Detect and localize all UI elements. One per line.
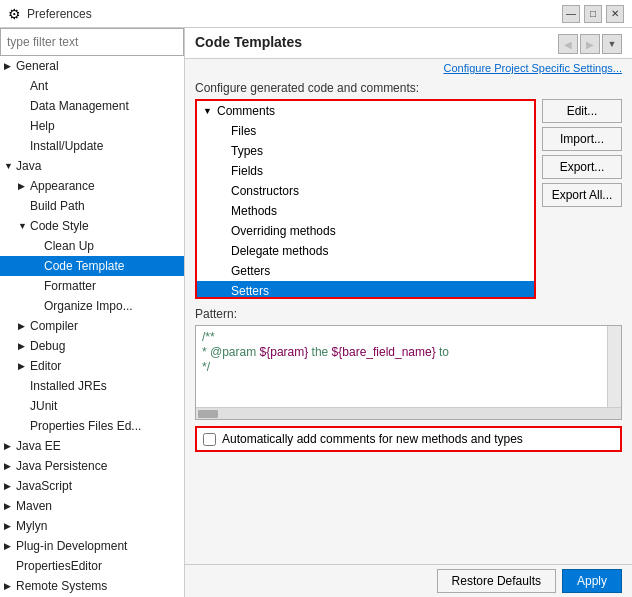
sidebar-item-install-update[interactable]: Install/Update <box>0 136 184 156</box>
tree-label-compiler: Compiler <box>30 319 78 333</box>
configure-link[interactable]: Configure Project Specific Settings... <box>443 62 622 74</box>
forward-button[interactable]: ▶ <box>580 34 600 54</box>
sidebar-item-mylyn[interactable]: ▶Mylyn <box>0 516 184 536</box>
tree-label-javascript: JavaScript <box>16 479 72 493</box>
tmpl-child-label-getters: Getters <box>231 264 270 278</box>
auto-comment-checkbox[interactable] <box>203 433 216 446</box>
sidebar-item-java-persistence[interactable]: ▶Java Persistence <box>0 456 184 476</box>
sidebar-item-maven[interactable]: ▶Maven <box>0 496 184 516</box>
tree-label-install-update: Install/Update <box>30 139 103 153</box>
sidebar: ▶GeneralAntData ManagementHelpInstall/Up… <box>0 28 185 597</box>
import-button[interactable]: Import... <box>542 127 622 151</box>
export-button[interactable]: Export... <box>542 155 622 179</box>
sidebar-item-remote-systems[interactable]: ▶Remote Systems <box>0 576 184 596</box>
sidebar-item-code-style[interactable]: ▼Code Style <box>0 216 184 236</box>
sidebar-item-properties-editor[interactable]: PropertiesEditor <box>0 556 184 576</box>
window-icon: ⚙ <box>8 6 21 22</box>
close-button[interactable]: ✕ <box>606 5 624 23</box>
title-bar: ⚙ Preferences — □ ✕ <box>0 0 632 28</box>
sidebar-item-junit[interactable]: JUnit <box>0 396 184 416</box>
sidebar-item-build-path[interactable]: Build Path <box>0 196 184 216</box>
side-buttons: Edit... Import... Export... Export All..… <box>542 99 622 299</box>
sidebar-item-appearance[interactable]: ▶Appearance <box>0 176 184 196</box>
tree-arrow-java: ▼ <box>4 161 16 171</box>
panel-title: Code Templates <box>195 34 302 50</box>
tree-arrow-remote-systems: ▶ <box>4 581 16 591</box>
window-controls: — □ ✕ <box>562 5 624 23</box>
tree-arrow-maven: ▶ <box>4 501 16 511</box>
tree-label-help: Help <box>30 119 55 133</box>
tmpl-item-constructors[interactable]: Constructors <box>197 181 534 201</box>
tree-label-data-management: Data Management <box>30 99 129 113</box>
sidebar-item-plugin-dev[interactable]: ▶Plug-in Development <box>0 536 184 556</box>
tmpl-item-files[interactable]: Files <box>197 121 534 141</box>
sidebar-item-editor[interactable]: ▶Editor <box>0 356 184 376</box>
tree-label-debug: Debug <box>30 339 65 353</box>
tmpl-item-setters[interactable]: Setters <box>197 281 534 299</box>
pattern-vscroll[interactable] <box>607 326 621 407</box>
tree-label-code-style: Code Style <box>30 219 89 233</box>
tmpl-child-label-setters: Setters <box>231 284 269 298</box>
tmpl-child-label-files: Files <box>231 124 256 138</box>
sidebar-item-compiler[interactable]: ▶Compiler <box>0 316 184 336</box>
tree-label-java-ee: Java EE <box>16 439 61 453</box>
panel-body: Configure generated code and comments: ▼… <box>185 75 632 564</box>
back-button[interactable]: ◀ <box>558 34 578 54</box>
tmpl-item-types[interactable]: Types <box>197 141 534 161</box>
restore-defaults-button[interactable]: Restore Defaults <box>437 569 556 593</box>
tmpl-item-delegate[interactable]: Delegate methods <box>197 241 534 261</box>
tree-label-clean-up: Clean Up <box>44 239 94 253</box>
tmpl-item-methods[interactable]: Methods <box>197 201 534 221</box>
tmpl-item-overriding[interactable]: Overriding methods <box>197 221 534 241</box>
tree-label-remote-systems: Remote Systems <box>16 579 107 593</box>
pattern-line-1: /** <box>202 330 215 344</box>
sidebar-item-formatter[interactable]: Formatter <box>0 276 184 296</box>
tree-label-editor: Editor <box>30 359 61 373</box>
sidebar-item-ant[interactable]: Ant <box>0 76 184 96</box>
tree-arrow-general: ▶ <box>4 61 16 71</box>
pattern-line-3: */ <box>202 360 210 374</box>
footer: Restore Defaults Apply <box>185 564 632 597</box>
tree-label-installed-jres: Installed JREs <box>30 379 107 393</box>
minimize-button[interactable]: — <box>562 5 580 23</box>
edit-button[interactable]: Edit... <box>542 99 622 123</box>
sidebar-item-general[interactable]: ▶General <box>0 56 184 76</box>
filter-input[interactable] <box>0 28 184 56</box>
tree-label-maven: Maven <box>16 499 52 513</box>
tmpl-item-getters[interactable]: Getters <box>197 261 534 281</box>
sidebar-tree: ▶GeneralAntData ManagementHelpInstall/Up… <box>0 56 184 597</box>
apply-button[interactable]: Apply <box>562 569 622 593</box>
auto-comment-label: Automatically add comments for new metho… <box>222 432 523 446</box>
tree-arrow-editor: ▶ <box>18 361 30 371</box>
tmpl-arrow-comments: ▼ <box>203 106 217 116</box>
sidebar-item-java[interactable]: ▼Java <box>0 156 184 176</box>
sidebar-item-clean-up[interactable]: Clean Up <box>0 236 184 256</box>
tree-label-organize-imports: Organize Impo... <box>44 299 133 313</box>
sidebar-item-code-template[interactable]: Code Template <box>0 256 184 276</box>
pattern-label: Pattern: <box>195 307 622 321</box>
sidebar-item-help[interactable]: Help <box>0 116 184 136</box>
tree-arrow-plugin-dev: ▶ <box>4 541 16 551</box>
sidebar-item-debug[interactable]: ▶Debug <box>0 336 184 356</box>
sidebar-item-java-ee[interactable]: ▶Java EE <box>0 436 184 456</box>
sidebar-item-data-management[interactable]: Data Management <box>0 96 184 116</box>
templates-tree[interactable]: ▼CommentsFilesTypesFieldsConstructorsMet… <box>195 99 536 299</box>
tmpl-item-fields[interactable]: Fields <box>197 161 534 181</box>
tree-arrow-debug: ▶ <box>18 341 30 351</box>
right-panel: Code Templates ◀ ▶ ▼ Configure Project S… <box>185 28 632 597</box>
tree-label-java-persistence: Java Persistence <box>16 459 107 473</box>
tree-label-code-template: Code Template <box>44 259 125 273</box>
auto-comment-row: Automatically add comments for new metho… <box>195 426 622 452</box>
export-all-button[interactable]: Export All... <box>542 183 622 207</box>
sidebar-item-organize-imports[interactable]: Organize Impo... <box>0 296 184 316</box>
maximize-button[interactable]: □ <box>584 5 602 23</box>
nav-arrows: ◀ ▶ ▼ <box>558 34 622 54</box>
sidebar-item-installed-jres[interactable]: Installed JREs <box>0 376 184 396</box>
nav-dropdown-button[interactable]: ▼ <box>602 34 622 54</box>
sidebar-item-javascript[interactable]: ▶JavaScript <box>0 476 184 496</box>
tmpl-group-comments[interactable]: ▼Comments <box>197 101 534 121</box>
tree-label-ant: Ant <box>30 79 48 93</box>
tree-arrow-code-style: ▼ <box>18 221 30 231</box>
sidebar-item-properties-files[interactable]: Properties Files Ed... <box>0 416 184 436</box>
tree-label-properties-editor: PropertiesEditor <box>16 559 102 573</box>
